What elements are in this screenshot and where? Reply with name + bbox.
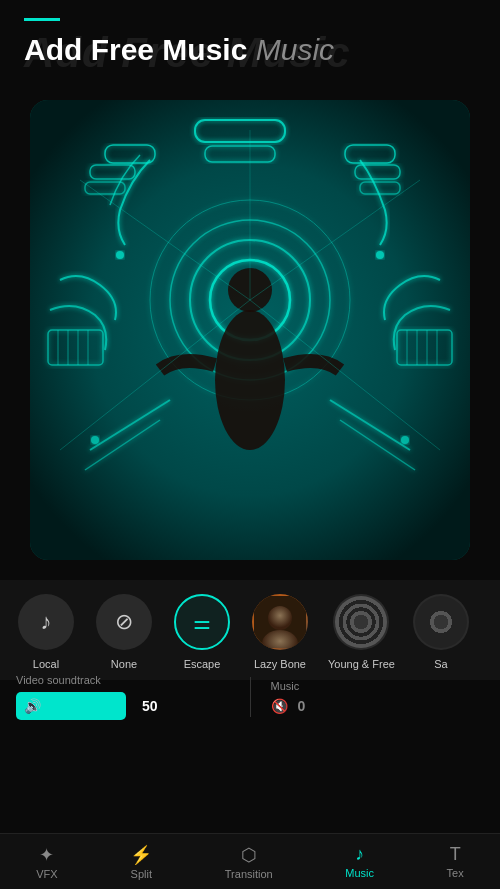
bottom-nav: ✦ VFX ⚡ Split ⬡ Transition ♪ Music T Tex <box>0 833 500 889</box>
title-container: Add Free Music Add Free Music Music <box>24 29 476 81</box>
music-volume-label: Music <box>271 680 485 692</box>
music-slider-row: 🔇 0 <box>271 698 485 714</box>
track-icon-youngfree <box>333 594 389 650</box>
vfx-icon: ✦ <box>39 844 54 866</box>
track-icon-sa <box>413 594 469 650</box>
track-label-escape: Escape <box>184 658 221 670</box>
video-slider-row: 🔊 50 <box>16 692 230 720</box>
track-icon-none: ⊘ <box>96 594 152 650</box>
music-note-icon: ♪ <box>41 609 52 635</box>
nav-label-transition: Transition <box>225 868 273 880</box>
volume-divider <box>250 677 251 717</box>
nav-label-split: Split <box>131 868 152 880</box>
music-volume-value: 0 <box>298 698 306 714</box>
track-icon-local: ♪ <box>18 594 74 650</box>
svg-point-25 <box>116 251 124 259</box>
video-soundtrack-section: Video soundtrack 🔊 50 <box>16 674 230 720</box>
track-label-lazybone: Lazy Bone <box>254 658 306 670</box>
nav-label-text: Tex <box>447 867 464 879</box>
neon-artwork <box>30 100 470 560</box>
track-icon-lazybone <box>252 594 308 650</box>
music-volume-section: Music 🔇 0 <box>271 680 485 714</box>
track-item-escape[interactable]: ⚌ Escape <box>172 594 232 670</box>
nav-item-music[interactable]: ♪ Music <box>333 840 386 883</box>
music-nav-icon: ♪ <box>355 844 364 865</box>
split-icon: ⚡ <box>130 844 152 866</box>
nav-item-split[interactable]: ⚡ Split <box>118 840 164 884</box>
svg-point-5 <box>215 310 285 450</box>
track-photo-lazybone <box>252 594 308 650</box>
track-item-local[interactable]: ♪ Local <box>16 594 76 670</box>
svg-point-28 <box>401 436 409 444</box>
volume-row: Video soundtrack 🔊 50 Music 🔇 0 <box>16 674 484 720</box>
title-italic: Music <box>256 33 334 66</box>
transition-icon: ⬡ <box>241 844 257 866</box>
text-icon: T <box>450 844 461 865</box>
video-preview <box>30 100 470 560</box>
nav-label-vfx: VFX <box>36 868 57 880</box>
track-item-none[interactable]: ⊘ None <box>94 594 154 670</box>
eq-icon: ⚌ <box>193 610 211 634</box>
speaker-icon: 🔊 <box>24 698 41 714</box>
svg-point-30 <box>268 606 292 630</box>
track-icon-escape: ⚌ <box>174 594 230 650</box>
accent-line <box>24 18 60 21</box>
video-soundtrack-label: Video soundtrack <box>16 674 230 686</box>
nav-item-vfx[interactable]: ✦ VFX <box>24 840 69 884</box>
svg-point-27 <box>91 436 99 444</box>
track-selector: ♪ Local ⊘ None ⚌ Escape <box>0 580 500 680</box>
track-label-youngfree: Young & Free <box>328 658 395 670</box>
svg-point-26 <box>376 251 384 259</box>
track-item-sa[interactable]: Sa <box>413 594 469 670</box>
header: Add Free Music Add Free Music Music <box>0 0 500 89</box>
track-item-lazybone[interactable]: Lazy Bone <box>250 594 310 670</box>
nav-item-transition[interactable]: ⬡ Transition <box>213 840 285 884</box>
track-item-youngfree[interactable]: Young & Free <box>328 594 395 670</box>
nav-item-text[interactable]: T Tex <box>435 840 476 883</box>
track-label-none: None <box>111 658 137 670</box>
track-photo-sa <box>415 596 467 648</box>
no-music-icon: ⊘ <box>115 609 133 635</box>
volume-controls: Video soundtrack 🔊 50 Music 🔇 0 <box>0 674 500 720</box>
tracks-row: ♪ Local ⊘ None ⚌ Escape <box>0 594 500 670</box>
video-volume-bar[interactable]: 🔊 <box>16 692 126 720</box>
video-volume-value: 50 <box>142 698 158 714</box>
track-label-local: Local <box>33 658 59 670</box>
nav-label-music: Music <box>345 867 374 879</box>
mute-icon: 🔇 <box>271 698 288 714</box>
page-title: Add Free Music Music <box>24 33 334 67</box>
track-photo-youngfree <box>335 596 387 648</box>
track-label-sa: Sa <box>434 658 447 670</box>
